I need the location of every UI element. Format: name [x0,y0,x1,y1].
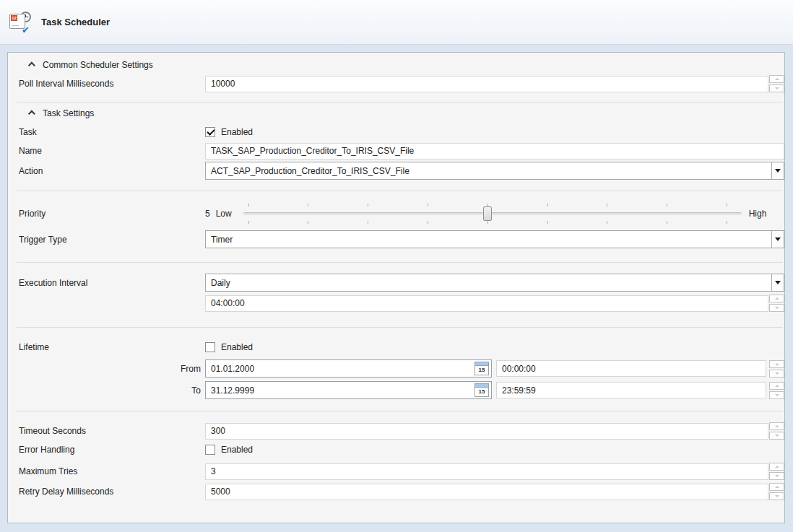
execution-interval-label: Execution Interval [19,278,205,288]
error-handling-checkbox[interactable] [205,445,215,455]
to-time-spinner [769,382,784,399]
spinner-up-button[interactable] [769,75,784,83]
priority-low-label: Low [216,209,233,219]
caret-up-icon [775,78,779,80]
row-maximum-tries: Maximum Tries [19,463,784,480]
execution-interval-select[interactable]: Daily [205,274,784,292]
page-title: Task Scheduler [41,17,110,27]
row-action: Action ACT_SAP_Production_Creditor_To_IR… [19,162,784,180]
header-bar: 12 ✔ Task Scheduler [0,0,793,45]
priority-high-label: High [749,209,767,219]
row-error-handling: Error Handling Enabled [19,441,784,458]
lifetime-enabled-checkbox[interactable] [205,342,215,352]
chevron-up-icon[interactable] [28,61,35,69]
calendar-picker-button[interactable]: 15 [474,362,489,375]
timeout-input[interactable] [205,423,768,440]
section-task-settings[interactable]: Task Settings [28,105,94,121]
spinner-down-button[interactable] [769,432,784,440]
spinner-down-button[interactable] [769,370,784,378]
task-name-input[interactable] [205,143,784,160]
spinner-up-button[interactable] [769,360,784,368]
retry-delay-label: Retry Delay Milliseconds [19,487,205,497]
spinner-down-button[interactable] [769,492,784,500]
caret-down-icon [775,475,779,477]
dropdown-arrow-button[interactable] [771,162,784,179]
spinner-up-button[interactable] [769,382,784,390]
settings-panel: Common Scheduler Settings Poll Interval … [7,52,785,523]
action-select[interactable]: ACT_SAP_Production_Creditor_To_IRIS_CSV_… [205,162,784,180]
caret-up-icon [775,385,779,387]
row-execution-time [19,295,784,312]
section-divider [17,411,783,411]
row-priority: Priority 5 Low High [19,201,784,227]
caret-down-icon [775,435,779,437]
from-time-input[interactable] [496,360,766,377]
section-divider [17,262,783,263]
to-time-input[interactable] [496,382,766,398]
from-time-spinner [769,360,784,378]
row-trigger-type: Trigger Type Timer [19,230,784,248]
task-enabled-checkbox-label: Enabled [221,127,253,137]
chevron-up-icon[interactable] [28,110,35,117]
task-scheduler-icon: 12 ✔ [9,12,31,33]
lifetime-label: Lifetime [19,342,205,352]
section-divider [17,327,783,328]
row-lifetime: Lifetime Enabled [19,339,784,356]
spinner-up-button[interactable] [769,295,784,302]
caret-down-icon [775,372,779,375]
caret-down-icon [775,495,779,497]
task-enabled-checkbox[interactable] [205,127,215,137]
spinner-up-button[interactable] [769,422,784,430]
error-handling-label: Error Handling [19,445,205,455]
to-label: To [19,385,205,396]
to-date-input[interactable]: 31.12.9999 15 [205,381,492,399]
execution-time-input[interactable] [205,295,768,312]
maximum-tries-label: Maximum Tries [19,466,205,476]
execution-time-spinner [769,295,784,312]
priority-slider[interactable] [243,201,742,227]
caret-up-icon [775,363,779,365]
maximum-tries-input[interactable] [205,463,768,480]
spinner-up-button[interactable] [769,483,784,491]
maximum-tries-spinner [769,463,784,480]
timeout-spinner [769,422,784,440]
from-date-input[interactable]: 01.01.2000 15 [205,359,492,378]
caret-down-icon [775,87,779,90]
row-lifetime-from: From 01.01.2000 15 [19,359,784,378]
row-name: Name [19,142,784,160]
section-divider [17,102,783,103]
row-retry-delay: Retry Delay Milliseconds [19,483,784,500]
spinner-up-button[interactable] [769,463,784,471]
dropdown-arrow-button[interactable] [771,274,784,291]
trigger-type-select[interactable]: Timer [205,230,784,248]
caret-up-icon [775,486,779,488]
priority-label: Priority [19,209,205,219]
triangle-down-icon [775,237,781,241]
spinner-down-button[interactable] [769,84,784,92]
retry-delay-input[interactable] [205,484,768,500]
from-label: From [19,364,205,374]
caret-up-icon [775,466,779,468]
trigger-type-label: Trigger Type [19,235,205,245]
poll-interval-label: Poll Interval Milliseconds [19,79,205,89]
lifetime-enabled-checkbox-label: Enabled [221,342,253,352]
slider-track[interactable] [243,212,742,214]
caret-down-icon [775,394,779,396]
priority-slider-thumb[interactable] [483,206,492,221]
task-label: Task [19,127,205,137]
row-task-enabled: Task Enabled [19,123,784,141]
task-scheduler-window: 12 ✔ Task Scheduler Common Scheduler Set… [0,0,793,532]
caret-up-icon [775,425,779,427]
row-timeout: Timeout Seconds [19,422,784,440]
row-lifetime-to: To 31.12.9999 15 [19,381,784,399]
spinner-down-button[interactable] [769,391,784,399]
section-common-scheduler-settings[interactable]: Common Scheduler Settings [28,57,153,73]
poll-interval-input[interactable] [205,76,768,92]
calendar-picker-button[interactable]: 15 [474,383,489,397]
dropdown-arrow-button[interactable] [771,231,784,248]
timeout-label: Timeout Seconds [19,426,205,436]
caret-down-icon [775,307,779,309]
spinner-down-button[interactable] [769,304,784,312]
spinner-down-button[interactable] [769,472,784,480]
action-label: Action [19,166,205,176]
